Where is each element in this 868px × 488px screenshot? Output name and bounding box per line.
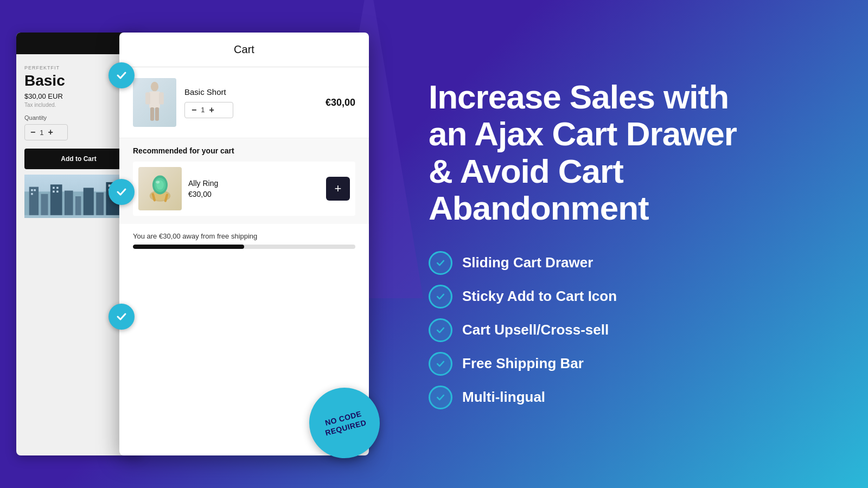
svg-rect-1 — [29, 187, 39, 215]
quantity-label: Quantity — [24, 114, 133, 121]
qty-minus-button[interactable]: − — [30, 127, 35, 137]
svg-point-34 — [156, 181, 159, 183]
feature-item-2: Cart Upsell/Cross-sell — [429, 318, 819, 342]
svg-rect-15 — [53, 191, 54, 192]
svg-rect-6 — [84, 188, 94, 215]
svg-point-21 — [151, 82, 158, 92]
rec-item-name: Ally Ring — [188, 179, 320, 188]
main-heading: Increase Sales with an Ajax Cart Drawer … — [429, 79, 819, 227]
feature-label-2: Cart Upsell/Cross-sell — [462, 322, 609, 338]
badge-check-2 — [108, 179, 135, 205]
svg-rect-5 — [75, 196, 81, 215]
cart-item-info: Basic Short − 1 + — [184, 87, 317, 118]
heading-line1: Increase Sales with — [429, 78, 729, 115]
shipping-progress-fill — [133, 245, 244, 249]
svg-rect-26 — [155, 107, 159, 121]
feature-item-1: Sticky Add to Cart Icon — [429, 285, 819, 309]
svg-rect-25 — [150, 107, 154, 121]
rec-item-image — [138, 167, 182, 210]
svg-rect-13 — [53, 187, 54, 189]
badge-check-3 — [108, 304, 135, 330]
feature-label-1: Sticky Add to Cart Icon — [462, 288, 617, 305]
rec-item-price: €30,00 — [188, 190, 320, 198]
right-content: Increase Sales with an Ajax Cart Drawer … — [391, 0, 857, 488]
cart-item-name: Basic Short — [184, 87, 317, 97]
quantity-control: − 1 + — [24, 124, 68, 140]
rec-item: Ally Ring €30,00 + — [133, 162, 355, 216]
heading-line3: & Avoid Cart — [429, 152, 623, 190]
cart-header: Cart — [119, 33, 369, 67]
feature-item-4: Multi-lingual — [429, 386, 819, 409]
svg-rect-3 — [50, 184, 62, 215]
recommended-section: Recommended for your cart — [119, 138, 369, 224]
heading-line4: Abandonment — [429, 189, 649, 227]
cart-qty-minus[interactable]: − — [192, 105, 196, 115]
svg-rect-7 — [96, 192, 104, 215]
product-price: $30,00 EUR — [24, 92, 133, 100]
features-list: Sliding Cart Drawer Sticky Add to Cart I… — [429, 251, 819, 409]
svg-rect-23 — [145, 92, 150, 104]
svg-rect-12 — [31, 193, 33, 195]
cart-qty-control: − 1 + — [184, 102, 233, 118]
cart-title: Cart — [234, 43, 254, 55]
cart-qty-plus[interactable]: + — [209, 105, 214, 115]
rec-item-info: Ally Ring €30,00 — [188, 179, 320, 198]
feature-check-icon-2 — [429, 318, 452, 342]
svg-rect-10 — [31, 189, 33, 191]
feature-label-0: Sliding Cart Drawer — [462, 254, 593, 271]
svg-rect-11 — [34, 189, 35, 191]
no-code-badge-inner: NO CODE REQUIRED — [301, 380, 387, 466]
no-code-badge: NO CODE REQUIRED — [309, 388, 380, 458]
shipping-progress-track — [133, 245, 355, 249]
svg-rect-16 — [56, 191, 58, 192]
svg-rect-4 — [65, 191, 73, 215]
feature-check-icon-0 — [429, 251, 452, 275]
cart-qty-value: 1 — [201, 106, 205, 114]
feature-item-3: Free Shipping Bar — [429, 352, 819, 376]
svg-rect-22 — [149, 92, 160, 108]
cart-item-price: €30,00 — [326, 97, 355, 108]
tax-note: Tax included. — [24, 102, 133, 108]
feature-label-3: Free Shipping Bar — [462, 355, 584, 372]
shipping-message: You are €30,00 away from free shipping — [133, 232, 355, 240]
svg-rect-2 — [41, 194, 48, 215]
qty-value: 1 — [40, 129, 43, 137]
rec-add-icon: + — [335, 182, 342, 196]
cart-item-image — [133, 78, 176, 127]
svg-rect-24 — [159, 92, 164, 104]
shipping-bar-section: You are €30,00 away from free shipping — [119, 224, 369, 257]
cart-item: Basic Short − 1 + €30,00 — [119, 67, 369, 138]
add-to-cart-button[interactable]: Add to Cart — [24, 149, 133, 169]
heading-line2: an Ajax Cart Drawer — [429, 115, 737, 152]
feature-item-0: Sliding Cart Drawer — [429, 251, 819, 275]
svg-rect-14 — [56, 187, 58, 189]
recommended-title: Recommended for your cart — [133, 146, 355, 155]
qty-plus-button[interactable]: + — [48, 127, 53, 137]
badge-check-1 — [108, 62, 135, 88]
feature-check-icon-4 — [429, 386, 452, 409]
feature-check-icon-1 — [429, 285, 452, 309]
no-code-text: NO CODE REQUIRED — [322, 408, 368, 438]
feature-check-icon-3 — [429, 352, 452, 376]
rec-add-button[interactable]: + — [326, 177, 350, 201]
feature-label-4: Multi-lingual — [462, 389, 545, 406]
